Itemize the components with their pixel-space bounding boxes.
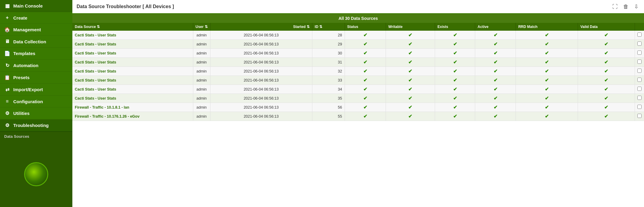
table-row: Cacti Stats - User Statsadmin2021-06-04 … [72,58,644,67]
table-cell: ✔ [578,85,635,94]
table-cell: ✔ [516,94,578,103]
table-cell: ✔ [578,112,635,121]
sidebar-item-label-utilities: Utilities [13,111,30,116]
table-row: Cacti Stats - User Statsadmin2021-06-04 … [72,67,644,76]
row-checkbox[interactable] [637,105,642,109]
configuration-icon: ≡ [4,99,10,104]
sidebar-item-templates[interactable]: 📄Templates [0,48,72,60]
table-cell: ✔ [435,103,475,112]
table-cell: ✔ [516,85,578,94]
col-header-started[interactable]: Started ⇅ [210,23,312,31]
ds-name-cell[interactable]: Firewall - Traffic - 10.1.8.1 - lan [72,103,193,112]
sidebar-item-label-presets: Presets [13,75,30,80]
table-cell: 2021-06-04 06:56:13 [210,67,312,76]
sidebar-item-troubleshooting[interactable]: ⚙Troubleshooting [0,119,72,131]
row-checkbox[interactable] [637,51,642,55]
col-header-data-source[interactable]: Data Source ⇅ [72,23,193,31]
table-cell: 55 [312,112,345,121]
ds-name-cell[interactable]: Cacti Stats - User Stats [72,85,193,94]
row-checkbox-cell[interactable] [635,85,644,94]
sidebar-item-main-console[interactable]: ▦Main Console [0,0,72,12]
data-sources-table: Data Source ⇅User ⇅Started ⇅ID ⇅StatusWr… [72,23,644,121]
table-cell: ✔ [435,76,475,85]
table-cell: ✔ [516,112,578,121]
sidebar-item-automation[interactable]: ↻Automation [0,60,72,72]
sidebar-item-utilities[interactable]: ⚙Utilities [0,107,72,119]
sidebar-item-data-collection[interactable]: 🖥Data Collection [0,36,72,48]
ds-name-cell[interactable]: Firewall - Traffic - 10.176.1.26 - eGov [72,112,193,121]
table-cell: ✔ [435,112,475,121]
table-row: Firewall - Traffic - 10.1.8.1 - lanadmin… [72,103,644,112]
table-cell: ✔ [435,58,475,67]
row-checkbox[interactable] [637,114,642,118]
delete-icon[interactable]: 🗑 [622,3,630,11]
fullscreen-icon[interactable]: ⛶ [611,3,619,11]
sidebar-item-presets[interactable]: 📋Presets [0,72,72,84]
row-checkbox[interactable] [637,60,642,64]
data-collection-icon: 🖥 [4,39,10,44]
table-cell: ✔ [475,76,516,85]
table-cell: ✔ [475,31,516,40]
ds-name-cell[interactable]: Cacti Stats - User Stats [72,67,193,76]
topbar: Data Source Troubleshooter [ All Devices… [72,0,644,14]
col-header-user[interactable]: User ⇅ [193,23,210,31]
table-cell: ✔ [386,85,435,94]
ds-name-cell[interactable]: Cacti Stats - User Stats [72,94,193,103]
table-cell: ✔ [386,31,435,40]
sidebar-item-management[interactable]: 🏠Management [0,24,72,36]
table-cell: ✔ [345,58,386,67]
table-body: Cacti Stats - User Statsadmin2021-06-04 … [72,31,644,121]
row-checkbox[interactable] [637,96,642,100]
table-cell: ✔ [435,31,475,40]
ds-name-cell[interactable]: Cacti Stats - User Stats [72,76,193,85]
logo-image [24,162,48,186]
import-export-icon: ⇄ [4,87,10,92]
row-checkbox-cell[interactable] [635,49,644,58]
table-cell: ✔ [578,94,635,103]
row-checkbox-cell[interactable] [635,67,644,76]
expand-icon[interactable]: ⇩ [633,3,640,11]
row-checkbox-cell[interactable] [635,94,644,103]
row-checkbox[interactable] [637,32,642,37]
ds-name-cell[interactable]: Cacti Stats - User Stats [72,31,193,40]
row-checkbox-cell[interactable] [635,76,644,85]
table-cell: ✔ [345,31,386,40]
table-cell: ✔ [475,40,516,49]
management-icon: 🏠 [4,27,10,32]
row-checkbox-cell[interactable] [635,31,644,40]
row-checkbox[interactable] [637,69,642,73]
row-checkbox-cell[interactable] [635,103,644,112]
table-cell: ✔ [578,49,635,58]
row-checkbox-cell[interactable] [635,58,644,67]
sidebar-item-label-import-export: Import/Export [13,87,43,92]
row-checkbox-cell[interactable] [635,112,644,121]
row-checkbox[interactable] [637,78,642,82]
table-row: Firewall - Traffic - 10.176.1.26 - eGova… [72,112,644,121]
table-cell: ✔ [345,40,386,49]
col-header-status: Status [345,23,386,31]
table-row: Cacti Stats - User Statsadmin2021-06-04 … [72,49,644,58]
table-cell: 2021-06-04 06:56:13 [210,40,312,49]
table-cell: ✔ [435,67,475,76]
table-cell: 34 [312,85,345,94]
row-checkbox-cell[interactable] [635,40,644,49]
sidebar-item-create[interactable]: +Create [0,12,72,24]
table-cell: ✔ [435,94,475,103]
topbar-actions: ⛶ 🗑 ⇩ [611,3,640,11]
table-cell: 2021-06-04 06:56:13 [210,103,312,112]
sidebar-item-configuration[interactable]: ≡Configuration [0,96,72,107]
table-cell: 33 [312,76,345,85]
ds-name-cell[interactable]: Cacti Stats - User Stats [72,58,193,67]
table-section-header: All 30 Data Sources [72,14,644,23]
ds-name-cell[interactable]: Cacti Stats - User Stats [72,49,193,58]
row-checkbox[interactable] [637,87,642,91]
row-checkbox[interactable] [637,42,642,46]
ds-name-cell[interactable]: Cacti Stats - User Stats [72,40,193,49]
table-cell: ✔ [516,58,578,67]
table-cell: ✔ [345,76,386,85]
sidebar-logo [0,141,72,207]
templates-icon: 📄 [4,51,10,56]
col-header-id[interactable]: ID ⇅ [312,23,345,31]
sidebar-item-import-export[interactable]: ⇄Import/Export [0,84,72,96]
page-title: Data Source Troubleshooter [ All Devices… [77,4,174,9]
